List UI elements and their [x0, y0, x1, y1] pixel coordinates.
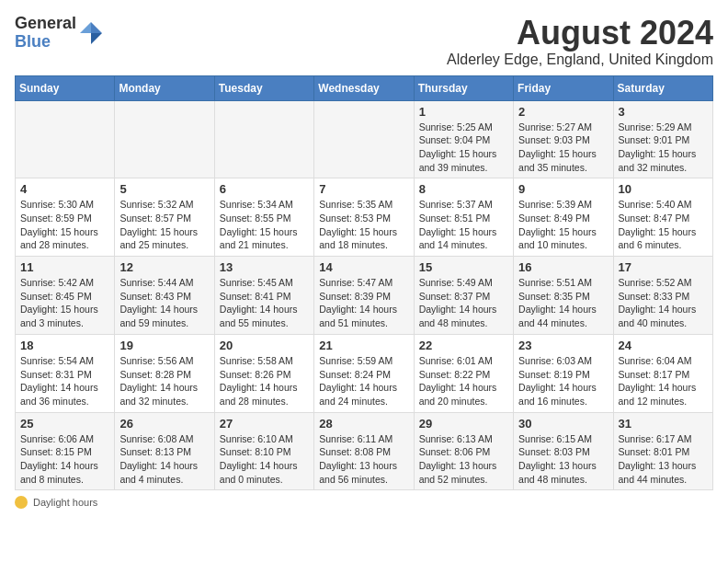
- day-cell-4-2: 27Sunrise: 6:10 AM Sunset: 8:10 PM Dayli…: [214, 412, 313, 490]
- day-info: Sunrise: 5:32 AM Sunset: 8:57 PM Dayligh…: [119, 198, 209, 252]
- day-cell-0-1: [115, 100, 214, 178]
- day-cell-3-2: 20Sunrise: 5:58 AM Sunset: 8:26 PM Dayli…: [214, 334, 313, 412]
- day-number: 23: [518, 339, 608, 352]
- day-cell-1-1: 5Sunrise: 5:32 AM Sunset: 8:57 PM Daylig…: [115, 178, 214, 257]
- day-cell-1-3: 7Sunrise: 5:35 AM Sunset: 8:53 PM Daylig…: [314, 178, 414, 257]
- week-row-0: 1Sunrise: 5:25 AM Sunset: 9:04 PM Daylig…: [16, 100, 713, 178]
- day-info: Sunrise: 5:40 AM Sunset: 8:47 PM Dayligh…: [619, 198, 708, 252]
- day-cell-2-6: 17Sunrise: 5:52 AM Sunset: 8:33 PM Dayli…: [613, 257, 712, 335]
- week-row-4: 25Sunrise: 6:06 AM Sunset: 8:15 PM Dayli…: [16, 412, 713, 490]
- day-cell-4-6: 31Sunrise: 6:17 AM Sunset: 8:01 PM Dayli…: [613, 412, 712, 490]
- day-number: 30: [518, 417, 608, 431]
- day-cell-4-3: 28Sunrise: 6:11 AM Sunset: 8:08 PM Dayli…: [314, 412, 414, 490]
- header-cell-sunday: Sunday: [16, 75, 115, 100]
- day-number: 17: [619, 260, 708, 274]
- day-number: 1: [419, 105, 508, 119]
- day-number: 10: [619, 182, 708, 196]
- day-cell-0-4: 1Sunrise: 5:25 AM Sunset: 9:04 PM Daylig…: [414, 100, 513, 178]
- day-number: 12: [119, 260, 209, 274]
- calendar-table: SundayMondayTuesdayWednesdayThursdayFrid…: [15, 75, 713, 491]
- day-cell-3-0: 18Sunrise: 5:54 AM Sunset: 8:31 PM Dayli…: [16, 334, 115, 412]
- day-cell-2-2: 13Sunrise: 5:45 AM Sunset: 8:41 PM Dayli…: [214, 257, 313, 335]
- week-row-1: 4Sunrise: 5:30 AM Sunset: 8:59 PM Daylig…: [16, 178, 713, 257]
- day-number: 5: [119, 182, 209, 196]
- day-info: Sunrise: 5:44 AM Sunset: 8:43 PM Dayligh…: [119, 276, 209, 330]
- day-cell-1-4: 8Sunrise: 5:37 AM Sunset: 8:51 PM Daylig…: [414, 178, 513, 257]
- calendar-body: 1Sunrise: 5:25 AM Sunset: 9:04 PM Daylig…: [16, 100, 713, 490]
- day-number: 7: [319, 182, 408, 196]
- day-number: 31: [619, 417, 708, 431]
- day-info: Sunrise: 5:47 AM Sunset: 8:39 PM Dayligh…: [319, 276, 408, 330]
- day-info: Sunrise: 5:59 AM Sunset: 8:24 PM Dayligh…: [319, 354, 408, 408]
- logo-text: GeneralBlue: [15, 15, 76, 52]
- day-cell-2-1: 12Sunrise: 5:44 AM Sunset: 8:43 PM Dayli…: [115, 257, 214, 335]
- day-cell-1-6: 10Sunrise: 5:40 AM Sunset: 8:47 PM Dayli…: [613, 178, 712, 257]
- svg-marker-0: [91, 22, 102, 33]
- calendar-header: SundayMondayTuesdayWednesdayThursdayFrid…: [16, 75, 713, 100]
- day-number: 25: [20, 417, 109, 431]
- day-cell-2-0: 11Sunrise: 5:42 AM Sunset: 8:45 PM Dayli…: [16, 257, 115, 335]
- logo: GeneralBlue: [15, 15, 104, 52]
- day-info: Sunrise: 6:13 AM Sunset: 8:06 PM Dayligh…: [419, 432, 508, 487]
- day-cell-3-3: 21Sunrise: 5:59 AM Sunset: 8:24 PM Dayli…: [314, 334, 414, 412]
- day-number: 9: [518, 182, 608, 196]
- day-info: Sunrise: 5:29 AM Sunset: 9:01 PM Dayligh…: [619, 121, 708, 175]
- day-info: Sunrise: 6:03 AM Sunset: 8:19 PM Dayligh…: [518, 354, 608, 408]
- header: GeneralBlue August 2024 Alderley Edge, E…: [15, 15, 713, 68]
- day-number: 15: [419, 260, 508, 274]
- day-info: Sunrise: 5:56 AM Sunset: 8:28 PM Dayligh…: [119, 354, 209, 408]
- day-cell-0-3: [314, 100, 414, 178]
- day-number: 26: [119, 417, 209, 431]
- day-cell-4-1: 26Sunrise: 6:08 AM Sunset: 8:13 PM Dayli…: [115, 412, 214, 490]
- day-number: 28: [319, 417, 408, 431]
- day-cell-0-2: [214, 100, 313, 178]
- day-info: Sunrise: 6:08 AM Sunset: 8:13 PM Dayligh…: [119, 432, 209, 487]
- day-info: Sunrise: 5:58 AM Sunset: 8:26 PM Dayligh…: [220, 354, 309, 408]
- day-cell-4-4: 29Sunrise: 6:13 AM Sunset: 8:06 PM Dayli…: [414, 412, 513, 490]
- day-info: Sunrise: 5:54 AM Sunset: 8:31 PM Dayligh…: [20, 354, 109, 408]
- footnote-text: Daylight hours: [33, 497, 97, 508]
- day-info: Sunrise: 5:34 AM Sunset: 8:55 PM Dayligh…: [220, 198, 309, 252]
- day-info: Sunrise: 5:42 AM Sunset: 8:45 PM Dayligh…: [20, 276, 109, 330]
- day-info: Sunrise: 5:49 AM Sunset: 8:37 PM Dayligh…: [419, 276, 508, 330]
- day-number: 18: [20, 339, 109, 352]
- day-number: 3: [619, 105, 708, 119]
- calendar-subtitle: Alderley Edge, England, United Kingdom: [447, 52, 713, 68]
- day-number: 19: [119, 339, 209, 352]
- day-number: 29: [419, 417, 508, 431]
- day-number: 20: [220, 339, 309, 352]
- logo-icon: [78, 20, 104, 46]
- svg-marker-1: [91, 33, 102, 44]
- day-info: Sunrise: 6:06 AM Sunset: 8:15 PM Dayligh…: [20, 432, 109, 487]
- header-cell-thursday: Thursday: [414, 75, 513, 100]
- day-cell-0-0: [16, 100, 115, 178]
- day-info: Sunrise: 5:30 AM Sunset: 8:59 PM Dayligh…: [20, 198, 109, 252]
- day-cell-1-5: 9Sunrise: 5:39 AM Sunset: 8:49 PM Daylig…: [514, 178, 613, 257]
- header-cell-saturday: Saturday: [613, 75, 712, 100]
- day-cell-3-5: 23Sunrise: 6:03 AM Sunset: 8:19 PM Dayli…: [514, 334, 613, 412]
- day-cell-2-3: 14Sunrise: 5:47 AM Sunset: 8:39 PM Dayli…: [314, 257, 414, 335]
- day-cell-1-0: 4Sunrise: 5:30 AM Sunset: 8:59 PM Daylig…: [16, 178, 115, 257]
- day-info: Sunrise: 6:04 AM Sunset: 8:17 PM Dayligh…: [619, 354, 708, 408]
- day-info: Sunrise: 6:01 AM Sunset: 8:22 PM Dayligh…: [419, 354, 508, 408]
- day-number: 11: [20, 260, 109, 274]
- day-info: Sunrise: 5:51 AM Sunset: 8:35 PM Dayligh…: [518, 276, 608, 330]
- day-info: Sunrise: 5:52 AM Sunset: 8:33 PM Dayligh…: [619, 276, 708, 330]
- day-number: 22: [419, 339, 508, 352]
- day-cell-0-6: 3Sunrise: 5:29 AM Sunset: 9:01 PM Daylig…: [613, 100, 712, 178]
- week-row-2: 11Sunrise: 5:42 AM Sunset: 8:45 PM Dayli…: [16, 257, 713, 335]
- day-info: Sunrise: 5:39 AM Sunset: 8:49 PM Dayligh…: [518, 198, 608, 252]
- day-cell-3-4: 22Sunrise: 6:01 AM Sunset: 8:22 PM Dayli…: [414, 334, 513, 412]
- day-number: 21: [319, 339, 408, 352]
- day-cell-4-5: 30Sunrise: 6:15 AM Sunset: 8:03 PM Dayli…: [514, 412, 613, 490]
- day-number: 2: [518, 105, 608, 119]
- day-cell-2-4: 15Sunrise: 5:49 AM Sunset: 8:37 PM Dayli…: [414, 257, 513, 335]
- header-cell-monday: Monday: [115, 75, 214, 100]
- footnote: Daylight hours: [15, 496, 713, 509]
- day-cell-3-1: 19Sunrise: 5:56 AM Sunset: 8:28 PM Dayli…: [115, 334, 214, 412]
- day-cell-3-6: 24Sunrise: 6:04 AM Sunset: 8:17 PM Dayli…: [613, 334, 712, 412]
- calendar-title: August 2024: [447, 15, 713, 52]
- day-number: 14: [319, 260, 408, 274]
- day-number: 27: [220, 417, 309, 431]
- header-row: SundayMondayTuesdayWednesdayThursdayFrid…: [16, 75, 713, 100]
